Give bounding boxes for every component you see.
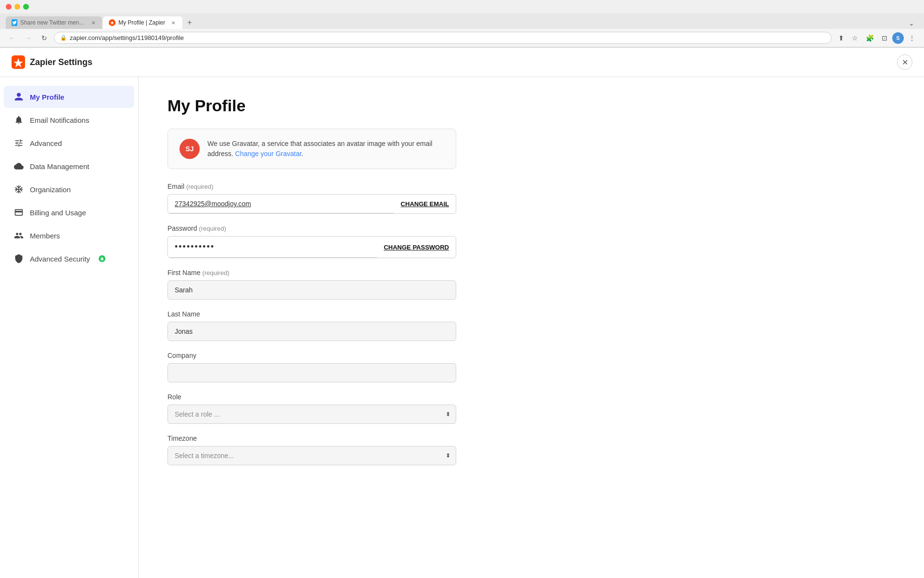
sidebar-item-advanced-security[interactable]: Advanced Security (4, 248, 134, 270)
bell-icon (13, 115, 24, 125)
email-value: 27342925@moodjoy.com (168, 195, 394, 213)
tab-twitter-label: Share new Twitter mentions in (20, 19, 86, 26)
email-label: Email (required) (167, 183, 456, 190)
email-section: Email (required) 27342925@moodjoy.com CH… (167, 183, 456, 214)
person-icon (13, 92, 24, 102)
sidebar-my-profile-label: My Profile (30, 93, 64, 101)
user-avatar: SJ (180, 139, 200, 159)
gravatar-notice: SJ We use Gravatar, a service that assoc… (167, 129, 456, 169)
browser-user-avatar[interactable]: S (892, 32, 904, 44)
sidebar-organization-label: Organization (30, 185, 71, 194)
first-name-input[interactable] (167, 280, 456, 300)
last-name-input[interactable] (167, 322, 456, 341)
first-name-section: First Name (required) (167, 269, 456, 300)
tab-zapier-label: My Profile | Zapier (118, 19, 165, 26)
sidebar-advanced-label: Advanced (30, 139, 62, 147)
app-body: My Profile Email Notifications Advanced … (0, 77, 924, 578)
sidebar-billing-label: Billing and Usage (30, 209, 86, 217)
sidebar: My Profile Email Notifications Advanced … (0, 77, 139, 578)
last-name-section: Last Name (167, 310, 456, 341)
timezone-select[interactable]: Select a timezone... UTC Eastern Time (E… (167, 446, 456, 465)
cloud-icon (13, 161, 24, 171)
sidebar-item-data-management[interactable]: Data Management (4, 155, 134, 177)
sidebar-data-management-label: Data Management (30, 162, 89, 171)
sidebar-item-members[interactable]: Members (4, 224, 134, 247)
tab-twitter-close[interactable]: ✕ (90, 19, 96, 26)
sidebar-item-billing-and-usage[interactable]: Billing and Usage (4, 201, 134, 223)
sliders-icon (13, 138, 24, 148)
page-title: My Profile (167, 96, 895, 115)
role-select[interactable]: Select a role ... Developer Designer Man… (167, 405, 456, 424)
app-header: Zapier Settings ✕ (0, 48, 924, 77)
last-name-label: Last Name (167, 310, 456, 318)
traffic-lights[interactable] (6, 4, 29, 10)
bookmark-button[interactable]: ☆ (849, 32, 861, 44)
password-field-row: •••••••••• CHANGE PASSWORD (167, 236, 456, 258)
change-password-button[interactable]: CHANGE PASSWORD (377, 238, 456, 256)
gravatar-text: We use Gravatar, a service that associat… (207, 139, 444, 159)
main-content: My Profile SJ We use Gravatar, a service… (139, 77, 924, 578)
password-section: Password (required) •••••••••• CHANGE PA… (167, 224, 456, 258)
card-icon (13, 207, 24, 218)
sidebar-advanced-security-label: Advanced Security (30, 255, 90, 263)
password-dots: •••••••••• (168, 236, 377, 258)
company-input[interactable] (167, 363, 456, 382)
password-label: Password (required) (167, 224, 456, 232)
sidebar-members-label: Members (30, 232, 60, 240)
browser-tab-zapier[interactable]: My Profile | Zapier ✕ (103, 16, 182, 29)
snowflake-icon (13, 184, 24, 195)
email-field-row: 27342925@moodjoy.com CHANGE EMAIL (167, 194, 456, 214)
browser-menu-button[interactable]: ⋮ (906, 32, 918, 44)
tab-list-button[interactable]: ⌄ (905, 17, 918, 29)
people-icon (13, 230, 24, 241)
sidebar-item-my-profile[interactable]: My Profile (4, 86, 134, 108)
address-text: zapier.com/app/settings/11980149/profile (70, 34, 825, 41)
timezone-section: Timezone Select a timezone... UTC Easter… (167, 434, 456, 465)
twitter-tab-favicon (12, 19, 17, 26)
first-name-label: First Name (required) (167, 269, 456, 276)
address-bar[interactable]: 🔒 zapier.com/app/settings/11980149/profi… (54, 32, 832, 44)
refresh-button[interactable]: ↻ (38, 32, 50, 44)
company-section: Company (167, 352, 456, 382)
share-button[interactable]: ⬆ (835, 32, 847, 44)
timezone-label: Timezone (167, 434, 456, 442)
minimize-window-button[interactable] (14, 4, 20, 10)
role-select-wrapper: Select a role ... Developer Designer Man… (167, 405, 456, 424)
app: Zapier Settings ✕ My Profile Email Notif… (0, 48, 924, 578)
close-window-button[interactable] (6, 4, 12, 10)
timezone-select-wrapper: Select a timezone... UTC Eastern Time (E… (167, 446, 456, 465)
zapier-logo-icon (12, 55, 25, 69)
change-email-button[interactable]: CHANGE EMAIL (394, 195, 456, 213)
company-label: Company (167, 352, 456, 359)
app-title: Zapier Settings (12, 55, 92, 69)
lock-icon: 🔒 (60, 35, 67, 41)
tab-bar: Share new Twitter mentions in ✕ My Profi… (0, 13, 924, 29)
svg-marker-0 (110, 21, 114, 25)
role-label: Role (167, 393, 456, 401)
extensions-button[interactable]: 🧩 (863, 32, 877, 44)
maximize-window-button[interactable] (23, 4, 29, 10)
zapier-tab-favicon (109, 19, 116, 26)
nav-bar: ← → ↻ 🔒 zapier.com/app/settings/11980149… (0, 29, 924, 47)
app-title-text: Zapier Settings (30, 57, 92, 67)
browser-tab-twitter[interactable]: Share new Twitter mentions in ✕ (6, 16, 102, 29)
nav-actions: ⬆ ☆ 🧩 ⊡ S ⋮ (835, 32, 918, 44)
forward-button[interactable]: → (22, 32, 35, 44)
sidebar-item-advanced[interactable]: Advanced (4, 132, 134, 154)
security-badge (99, 255, 105, 262)
shield-icon (13, 253, 24, 264)
back-button[interactable]: ← (6, 32, 18, 44)
reading-list-button[interactable]: ⊡ (879, 32, 890, 44)
sidebar-item-email-notifications[interactable]: Email Notifications (4, 109, 134, 131)
sidebar-item-organization[interactable]: Organization (4, 178, 134, 200)
change-gravatar-link[interactable]: Change your Gravatar (235, 150, 302, 158)
role-section: Role Select a role ... Developer Designe… (167, 393, 456, 424)
tab-zapier-close[interactable]: ✕ (170, 19, 177, 26)
new-tab-button[interactable]: + (183, 16, 195, 29)
close-button[interactable]: ✕ (897, 54, 912, 70)
sidebar-email-notifications-label: Email Notifications (30, 116, 89, 124)
